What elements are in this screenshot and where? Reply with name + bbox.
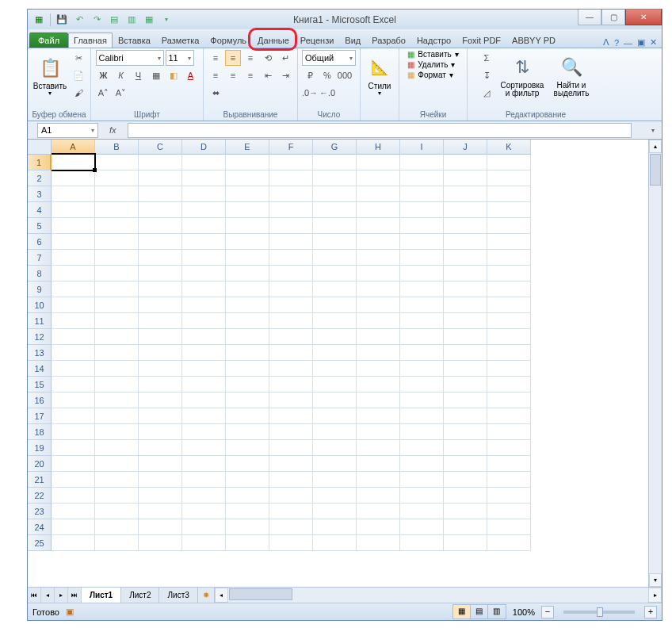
cell[interactable] <box>139 440 182 456</box>
row-header[interactable]: 12 <box>28 329 52 345</box>
view-pagebreak-icon[interactable]: ▥ <box>488 605 506 618</box>
cell[interactable] <box>182 535 226 551</box>
align-left-icon[interactable]: ≡ <box>208 67 223 83</box>
row-header[interactable]: 23 <box>28 504 52 519</box>
clear-icon[interactable]: ◿ <box>478 85 495 101</box>
cell[interactable] <box>95 456 139 472</box>
italic-icon[interactable]: К <box>113 67 129 83</box>
cell[interactable] <box>95 424 139 440</box>
comma-icon[interactable]: 000 <box>337 67 353 83</box>
cell[interactable] <box>444 424 487 440</box>
cell[interactable] <box>313 186 357 202</box>
cell[interactable] <box>52 281 95 297</box>
cell[interactable] <box>95 297 139 313</box>
cell[interactable] <box>52 424 95 440</box>
cell[interactable] <box>400 234 444 250</box>
cell[interactable] <box>487 392 531 408</box>
cell[interactable] <box>313 297 357 313</box>
cell[interactable] <box>269 329 313 345</box>
cell[interactable] <box>226 488 269 504</box>
cell[interactable] <box>52 488 95 504</box>
decrease-font-icon[interactable]: A˅ <box>113 85 129 101</box>
border-icon[interactable]: ▦ <box>148 67 164 83</box>
cell[interactable] <box>139 456 182 472</box>
cell[interactable] <box>226 392 269 408</box>
cell[interactable] <box>444 488 487 504</box>
minimize-button[interactable]: — <box>578 10 601 25</box>
cell[interactable] <box>487 345 531 361</box>
cell[interactable] <box>487 329 531 345</box>
cell[interactable] <box>400 408 444 424</box>
cell[interactable] <box>52 234 95 250</box>
cell[interactable] <box>357 234 400 250</box>
cell[interactable] <box>226 155 269 170</box>
cell[interactable] <box>182 202 226 218</box>
cell[interactable] <box>269 535 313 551</box>
column-header[interactable]: G <box>313 140 357 155</box>
cell[interactable] <box>357 329 400 345</box>
cell[interactable] <box>52 250 95 266</box>
cell[interactable] <box>487 250 531 266</box>
cell[interactable] <box>52 297 95 313</box>
cell[interactable] <box>269 155 313 170</box>
redo-icon[interactable]: ↷ <box>89 12 105 28</box>
cell[interactable] <box>444 361 487 377</box>
cells-insert-button[interactable]: ▦Вставить ▾ <box>407 50 458 59</box>
format-painter-icon[interactable]: 🖌 <box>71 85 86 101</box>
cell[interactable] <box>487 281 531 297</box>
scroll-right-icon[interactable]: ▸ <box>648 588 662 603</box>
name-box[interactable]: A1 ▾ <box>37 123 98 138</box>
cell[interactable] <box>357 313 400 329</box>
cell[interactable] <box>269 504 313 519</box>
copy-icon[interactable]: 📄 <box>71 67 86 83</box>
zoom-in-button[interactable]: + <box>644 606 657 618</box>
horizontal-scrollbar[interactable]: ◂ ▸ <box>214 588 662 603</box>
cell[interactable] <box>182 392 226 408</box>
cell[interactable] <box>313 488 357 504</box>
cell[interactable] <box>313 281 357 297</box>
cell[interactable] <box>182 313 226 329</box>
cell[interactable] <box>400 297 444 313</box>
formula-bar-expand-icon[interactable]: ▾ <box>647 127 659 134</box>
cell[interactable] <box>182 377 226 392</box>
cell[interactable] <box>226 202 269 218</box>
cell[interactable] <box>313 408 357 424</box>
cell[interactable] <box>182 281 226 297</box>
cell[interactable] <box>95 155 139 170</box>
sheet-last-icon[interactable]: ⏭ <box>68 588 82 603</box>
row-header[interactable]: 10 <box>28 297 52 313</box>
cell[interactable] <box>444 440 487 456</box>
cell[interactable] <box>139 202 182 218</box>
cell[interactable] <box>269 202 313 218</box>
cell[interactable] <box>269 218 313 234</box>
cell[interactable] <box>400 472 444 488</box>
cell[interactable] <box>95 408 139 424</box>
cell[interactable] <box>52 504 95 519</box>
cell[interactable] <box>95 504 139 519</box>
cell[interactable] <box>226 250 269 266</box>
cell[interactable] <box>487 488 531 504</box>
cell[interactable] <box>52 313 95 329</box>
cell[interactable] <box>95 535 139 551</box>
cell[interactable] <box>400 535 444 551</box>
cell[interactable] <box>139 313 182 329</box>
cell[interactable] <box>182 424 226 440</box>
tab-foxit[interactable]: Foxit PDF <box>456 33 506 48</box>
currency-icon[interactable]: ₽ <box>302 67 318 83</box>
cell[interactable] <box>226 218 269 234</box>
align-center-icon[interactable]: ≡ <box>225 67 241 83</box>
new-sheet-icon[interactable]: ✸ <box>198 588 214 603</box>
cell[interactable] <box>400 345 444 361</box>
cell[interactable] <box>400 155 444 170</box>
tab-abbyy[interactable]: ABBYY PD <box>506 33 561 48</box>
cell[interactable] <box>357 202 400 218</box>
cell[interactable] <box>357 472 400 488</box>
tab-review[interactable]: Рецензи <box>295 33 340 48</box>
cell[interactable] <box>95 392 139 408</box>
cell[interactable] <box>357 345 400 361</box>
qat-icon-2[interactable]: ▥ <box>124 12 139 28</box>
row-header[interactable]: 21 <box>28 472 52 488</box>
close-button[interactable]: ✕ <box>625 10 662 25</box>
cell[interactable] <box>444 313 487 329</box>
cell[interactable] <box>226 408 269 424</box>
